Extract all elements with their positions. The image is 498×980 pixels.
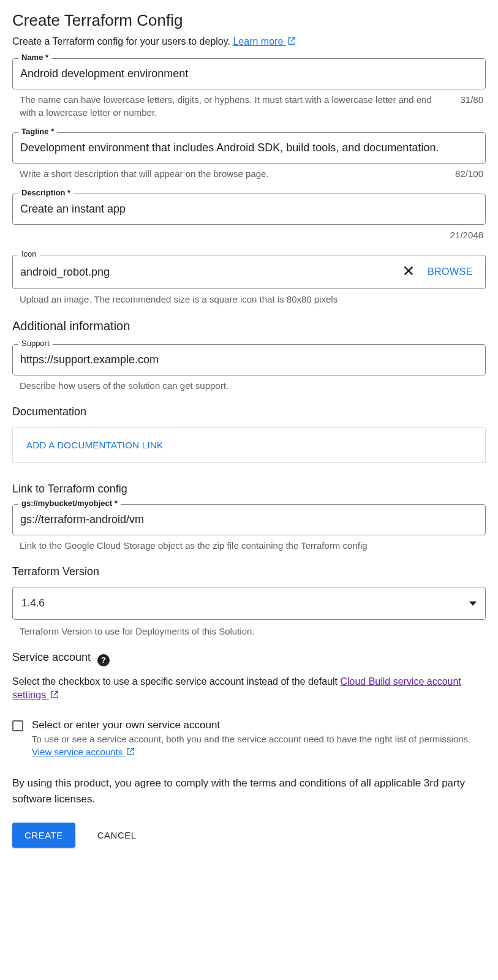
page-title: Create Terraform Config xyxy=(12,11,486,30)
name-input[interactable] xyxy=(20,67,478,80)
icon-field: Icon BROWSE xyxy=(12,255,486,289)
tagline-field: Tagline * xyxy=(12,132,486,164)
icon-helper: Upload an image. The recommended size is… xyxy=(20,293,338,306)
support-input[interactable] xyxy=(20,353,478,366)
tagline-input[interactable] xyxy=(20,141,478,154)
service-account-checkbox-sub: To use or see a service account, both yo… xyxy=(32,733,486,758)
tagline-counter: 82/100 xyxy=(445,167,483,180)
external-link-icon xyxy=(287,37,296,45)
chevron-down-icon xyxy=(469,601,477,606)
additional-info-heading: Additional information xyxy=(12,319,486,333)
gcs-field: gs://mybucket/myobject * xyxy=(12,504,486,535)
icon-input[interactable] xyxy=(20,266,394,279)
external-link-icon xyxy=(50,690,59,699)
support-field: Support xyxy=(12,344,486,375)
link-tf-heading: Link to Terraform config xyxy=(12,483,486,496)
gcs-helper: Link to the Google Cloud Storage object … xyxy=(20,539,368,552)
service-account-heading: Service account ? xyxy=(12,651,486,666)
service-account-checkbox-label: Select or enter your own service account xyxy=(32,719,486,731)
documentation-heading: Documentation xyxy=(12,405,486,418)
tagline-label: Tagline * xyxy=(18,127,57,136)
intro-text: Create a Terraform config for your users… xyxy=(12,36,486,47)
name-counter: 31/80 xyxy=(450,93,483,119)
tagline-helper: Write a short description that will appe… xyxy=(20,167,269,180)
tf-version-helper: Terraform Version to use for Deployments… xyxy=(20,625,255,638)
icon-label: Icon xyxy=(18,249,40,258)
name-label: Name * xyxy=(18,53,51,62)
learn-more-link[interactable]: Learn more xyxy=(233,36,295,47)
description-label: Description * xyxy=(18,188,74,197)
tf-version-heading: Terraform Version xyxy=(12,565,486,578)
agreement-text: By using this product, you agree to comp… xyxy=(12,775,486,807)
tf-version-value: 1.4.6 xyxy=(21,597,45,609)
help-icon[interactable]: ? xyxy=(97,654,110,666)
support-label: Support xyxy=(18,339,53,348)
close-icon[interactable] xyxy=(399,264,418,280)
name-field: Name * xyxy=(12,58,486,89)
gcs-label: gs://mybucket/myobject * xyxy=(18,499,121,508)
external-link-icon xyxy=(126,747,135,756)
cancel-button[interactable]: CANCEL xyxy=(94,829,140,841)
intro-text-content: Create a Terraform config for your users… xyxy=(12,36,233,47)
description-field: Description * xyxy=(12,194,486,225)
tf-version-select[interactable]: 1.4.6 xyxy=(12,587,486,620)
description-input[interactable] xyxy=(20,203,478,216)
add-documentation-link-button[interactable]: ADD A DOCUMENTATION LINK xyxy=(26,440,163,450)
service-account-description: Select the checkbox to use a specific se… xyxy=(12,675,486,703)
description-counter: 21/2048 xyxy=(440,228,483,241)
name-helper: The name can have lowercase letters, dig… xyxy=(20,93,450,119)
service-account-checkbox[interactable] xyxy=(12,720,23,731)
view-service-accounts-link[interactable]: View service accounts xyxy=(32,747,135,757)
gcs-input[interactable] xyxy=(20,513,478,526)
support-helper: Describe how users of the solution can g… xyxy=(20,379,228,392)
service-account-checkbox-row: Select or enter your own service account… xyxy=(12,719,486,758)
browse-button[interactable]: BROWSE xyxy=(423,266,478,277)
documentation-box: ADD A DOCUMENTATION LINK xyxy=(12,427,486,463)
create-button[interactable]: CREATE xyxy=(12,823,75,848)
